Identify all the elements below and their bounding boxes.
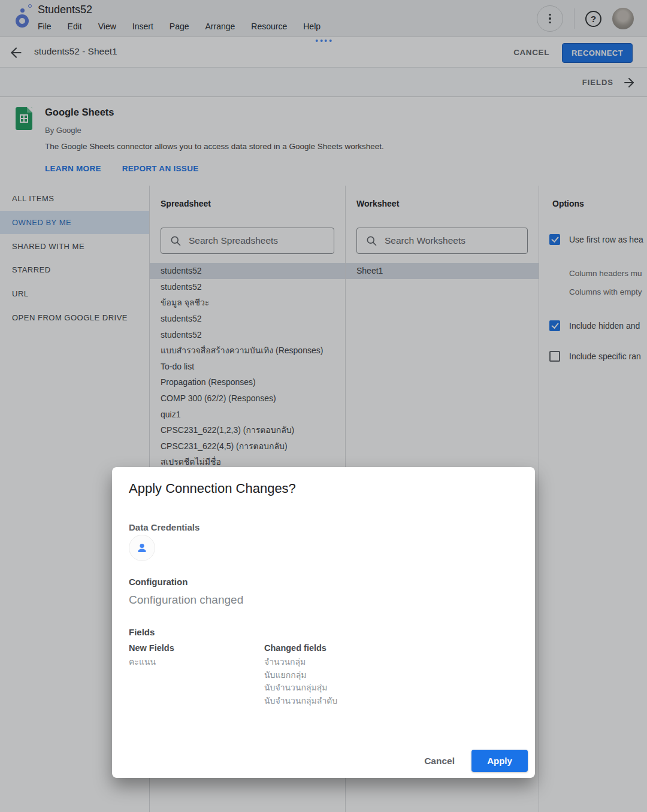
changed-fields-list: จำนวนกลุ่ม นับแยกกลุ่ม นับจำนวนกลุ่มสุ่ม…	[264, 656, 337, 707]
configuration-status: Configuration changed	[129, 593, 243, 607]
new-field-item: คะแนน	[129, 656, 156, 669]
new-fields-label: New Fields	[129, 643, 174, 653]
changed-field-item: จำนวนกลุ่ม	[264, 656, 337, 669]
changed-field-item: นับแยกกลุ่ม	[264, 669, 337, 682]
person-icon	[135, 541, 149, 555]
changed-fields-label: Changed fields	[264, 643, 326, 653]
data-credentials-label: Data Credentials	[129, 522, 199, 532]
dialog-apply-button[interactable]: Apply	[471, 750, 528, 772]
changed-field-item: นับจำนวนกลุ่มลำดับ	[264, 695, 337, 708]
configuration-label: Configuration	[129, 577, 188, 587]
credentials-account-chip[interactable]	[129, 535, 155, 561]
apply-connection-changes-dialog: Apply Connection Changes? Data Credentia…	[112, 467, 535, 778]
dialog-title: Apply Connection Changes?	[129, 481, 296, 496]
screen: Students52 File Edit View Insert Page Ar…	[0, 0, 647, 812]
fields-section-label: Fields	[129, 627, 155, 637]
new-fields-list: คะแนน	[129, 656, 156, 669]
dialog-cancel-button[interactable]: Cancel	[413, 750, 465, 772]
changed-field-item: นับจำนวนกลุ่มสุ่ม	[264, 681, 337, 695]
